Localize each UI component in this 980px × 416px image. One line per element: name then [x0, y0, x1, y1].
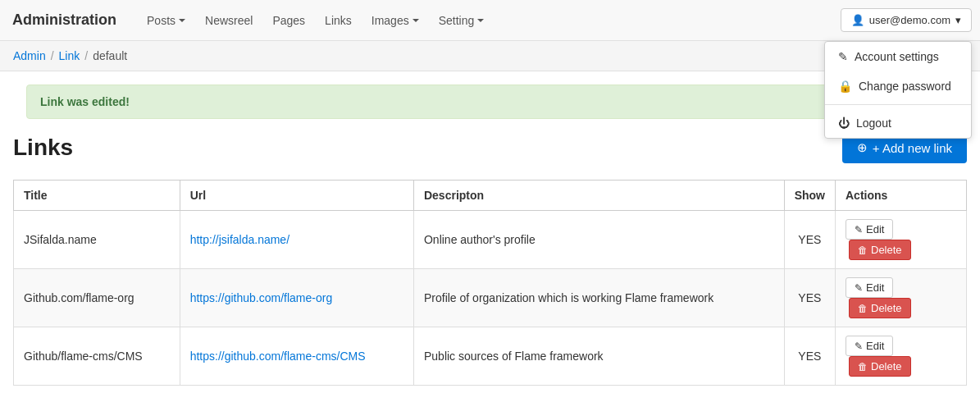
navbar-brand: Administration — [8, 11, 121, 29]
logout-icon: ⏻ — [838, 117, 850, 130]
user-dropdown-menu: ✎ Account settings 🔒 Change password ⏻ L… — [824, 41, 972, 139]
cell-url: http://jsifalda.name/ — [180, 211, 413, 269]
cell-url: https://github.com/flame-cms/CMS — [180, 327, 413, 386]
url-link[interactable]: http://jsifalda.name/ — [190, 233, 289, 246]
dropdown-divider — [825, 104, 971, 105]
navbar-right: 👤 user@demo.com ▾ — [841, 8, 972, 32]
user-caret-icon: ▾ — [955, 14, 961, 26]
col-description: Descripton — [413, 181, 784, 211]
edit-button[interactable]: ✎ Edit — [846, 277, 893, 298]
lock-icon: 🔒 — [838, 80, 852, 93]
breadcrumb-sep-1: / — [51, 49, 54, 62]
breadcrumb-admin[interactable]: Admin — [13, 49, 46, 62]
account-settings-item[interactable]: ✎ Account settings — [825, 42, 971, 71]
success-alert: Link was edited! — [26, 85, 954, 119]
table-header-row: Title Url Descripton Show Actions — [14, 181, 967, 211]
plus-icon: ⊕ — [857, 140, 868, 155]
nav-item-links[interactable]: Links — [315, 0, 362, 41]
cell-actions: ✎ Edit🗑 Delete — [836, 327, 967, 386]
cell-show: YES — [784, 327, 835, 386]
table-row: Github/flame-cms/CMShttps://github.com/f… — [14, 327, 967, 386]
cell-url: https://github.com/flame-org — [180, 269, 413, 327]
edit-icon: ✎ — [855, 224, 863, 235]
breadcrumb-current: default — [93, 49, 127, 62]
edit-button[interactable]: ✎ Edit — [846, 336, 893, 356]
account-settings-icon: ✎ — [838, 50, 848, 63]
user-icon: 👤 — [851, 14, 864, 26]
breadcrumb-link[interactable]: Link — [59, 49, 80, 62]
trash-icon: 🗑 — [858, 245, 868, 256]
nav-items: Posts Newsreel Pages Links Images Settin… — [137, 0, 841, 41]
cell-actions: ✎ Edit🗑 Delete — [836, 269, 967, 327]
delete-button[interactable]: 🗑 Delete — [849, 240, 911, 260]
nav-item-pages[interactable]: Pages — [262, 0, 315, 41]
cell-show: YES — [784, 269, 835, 327]
nav-item-images[interactable]: Images — [362, 0, 429, 41]
cell-description: Profile of organization which is working… — [413, 269, 784, 327]
page-title: Links — [13, 135, 73, 161]
col-title: Title — [14, 181, 180, 211]
table-row: JSifalda.namehttp://jsifalda.name/Online… — [14, 211, 967, 269]
edit-icon: ✎ — [855, 282, 863, 294]
cell-description: Online author's profile — [413, 211, 784, 269]
url-link[interactable]: https://github.com/flame-cms/CMS — [190, 350, 366, 363]
table-body: JSifalda.namehttp://jsifalda.name/Online… — [14, 211, 967, 386]
links-table: Title Url Descripton Show Actions JSifal… — [13, 180, 967, 386]
edit-icon: ✎ — [855, 341, 863, 352]
logout-item[interactable]: ⏻ Logout — [825, 108, 971, 138]
cell-title: JSifalda.name — [14, 211, 180, 269]
cell-title: Github/flame-cms/CMS — [14, 327, 180, 386]
delete-button[interactable]: 🗑 Delete — [849, 356, 911, 377]
trash-icon: 🗑 — [858, 361, 868, 373]
cell-actions: ✎ Edit🗑 Delete — [836, 211, 967, 269]
trash-icon: 🗑 — [858, 303, 868, 314]
edit-button[interactable]: ✎ Edit — [846, 219, 893, 240]
posts-caret-icon — [179, 19, 185, 22]
footer: Powered by Flame 2012. © Created by JSif… — [0, 407, 980, 416]
table-head: Title Url Descripton Show Actions — [14, 181, 967, 211]
nav-item-posts[interactable]: Posts — [137, 0, 195, 41]
nav-item-newsreel[interactable]: Newsreel — [195, 0, 262, 41]
setting-caret-icon — [477, 19, 484, 22]
col-actions: Actions — [836, 181, 967, 211]
user-dropdown-button[interactable]: 👤 user@demo.com ▾ — [841, 8, 972, 32]
cell-title: Github.com/flame-org — [14, 269, 180, 327]
delete-button[interactable]: 🗑 Delete — [849, 298, 911, 318]
table-row: Github.com/flame-orghttps://github.com/f… — [14, 269, 967, 327]
url-link[interactable]: https://github.com/flame-org — [190, 291, 333, 304]
images-caret-icon — [413, 19, 419, 22]
col-show: Show — [784, 181, 835, 211]
nav-item-setting[interactable]: Setting — [429, 0, 495, 41]
change-password-item[interactable]: 🔒 Change password — [825, 71, 971, 101]
cell-show: YES — [784, 211, 835, 269]
navbar: Administration Posts Newsreel Pages Link… — [0, 0, 980, 41]
cell-description: Public sources of Flame framework — [413, 327, 784, 386]
breadcrumb-sep-2: / — [84, 49, 88, 62]
col-url: Url — [180, 181, 413, 211]
